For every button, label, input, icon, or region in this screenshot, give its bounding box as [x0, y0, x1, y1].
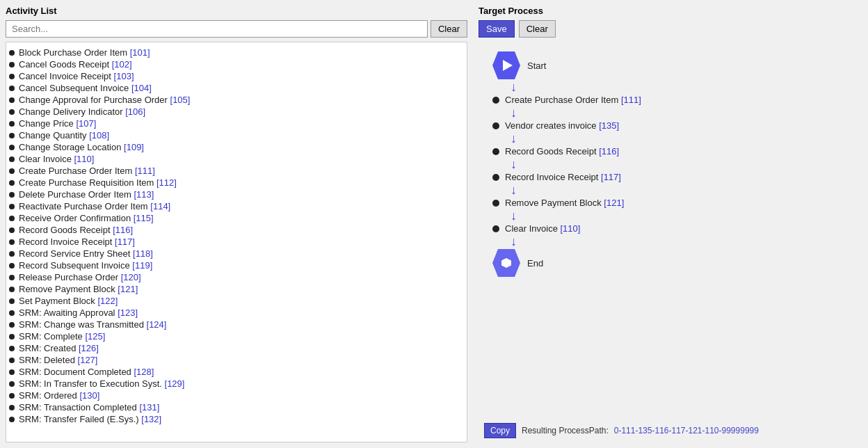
list-item[interactable]: Remove Payment Block [121]	[9, 283, 464, 295]
flow-step[interactable]: Vendor creates invoice [135]	[492, 120, 849, 131]
flow-step[interactable]: Create Purchase Order Item [111]	[492, 95, 849, 105]
bullet-icon	[9, 145, 15, 150]
list-item[interactable]: SRM: Complete [125]	[9, 330, 464, 342]
list-item[interactable]: Record Invoice Receipt [117]	[9, 236, 464, 248]
list-item[interactable]: SRM: Awaiting Approval [123]	[9, 307, 464, 319]
list-item[interactable]: SRM: Deleted [127]	[9, 354, 464, 366]
list-item[interactable]: Set Payment Block [122]	[9, 295, 464, 307]
target-process-title: Target Process	[479, 6, 862, 16]
activity-list: Block Purchase Order Item [101]Cancel Go…	[6, 42, 467, 442]
flow-step[interactable]: Record Goods Receipt [116]	[492, 146, 849, 157]
step-dot	[492, 225, 499, 232]
list-item[interactable]: Record Service Entry Sheet [118]	[9, 248, 464, 259]
bullet-icon	[9, 393, 15, 399]
flow-step[interactable]: Remove Payment Block [121]	[492, 198, 849, 208]
bullet-icon	[9, 109, 15, 115]
list-item[interactable]: Create Purchase Requisition Item [112]	[9, 177, 464, 189]
bullet-icon	[9, 287, 15, 292]
bullet-icon	[9, 97, 15, 103]
flow-arrow: ↓	[511, 106, 849, 119]
list-item[interactable]: Change Price [107]	[9, 118, 464, 129]
list-item[interactable]: Create Purchase Order Item [111]	[9, 165, 464, 177]
right-panel: Target Process Save Clear Start ↓ Create…	[473, 0, 868, 448]
flow-arrow: ↓	[511, 184, 849, 196]
list-item[interactable]: Change Approval for Purchase Order [105]	[9, 94, 464, 106]
list-item[interactable]: Change Delivery Indicator [106]	[9, 106, 464, 118]
list-item[interactable]: Clear Invoice [110]	[9, 153, 464, 165]
bullet-icon	[9, 251, 15, 257]
bullet-icon	[9, 381, 15, 387]
bullet-icon	[9, 157, 15, 162]
start-label: Start	[527, 61, 546, 71]
step-dot	[492, 200, 499, 207]
end-icon	[501, 258, 511, 268]
clear-process-button[interactable]: Clear	[519, 20, 556, 38]
bullet-icon	[9, 168, 15, 174]
step-dot	[492, 122, 499, 129]
process-flow: Start ↓ Create Purchase Order Item [111]…	[479, 43, 862, 419]
list-item[interactable]: Change Storage Location [109]	[9, 141, 464, 153]
bullet-icon	[9, 74, 15, 79]
list-item[interactable]: SRM: Transfer Failed (E.Sys.) [132]	[9, 413, 464, 425]
bullet-icon	[9, 298, 15, 304]
bullet-icon	[9, 227, 15, 233]
list-item[interactable]: SRM: Document Completed [128]	[9, 366, 464, 378]
list-item[interactable]: Delete Purchase Order Item [113]	[9, 189, 464, 200]
end-label: End	[527, 258, 543, 269]
left-panel: Activity List Clear Block Purchase Order…	[0, 0, 473, 448]
bullet-icon	[9, 334, 15, 339]
copy-button[interactable]: Copy	[484, 423, 516, 438]
bullet-icon	[9, 405, 15, 410]
start-shape	[492, 51, 520, 79]
step-dot	[492, 174, 499, 181]
end-shape	[492, 249, 520, 277]
list-item[interactable]: SRM: Transaction Completed [131]	[9, 401, 464, 413]
bullet-icon	[9, 216, 15, 221]
bullet-icon	[9, 133, 15, 138]
bullet-icon	[9, 86, 15, 91]
bullet-icon	[9, 263, 15, 269]
list-item[interactable]: Release Purchase Order [120]	[9, 271, 464, 283]
bullet-icon	[9, 62, 15, 67]
flow-start: Start	[492, 51, 849, 79]
flow-arrow: ↓	[511, 132, 849, 145]
flow-end: End	[492, 249, 849, 277]
list-item[interactable]: Cancel Subsequent Invoice [104]	[9, 82, 464, 94]
bullet-icon	[9, 50, 15, 56]
search-row: Clear	[6, 20, 467, 38]
bullet-icon	[9, 121, 15, 127]
result-path: 0-111-135-116-117-121-110-99999999	[614, 426, 759, 435]
bullet-icon	[9, 358, 15, 363]
bullet-icon	[9, 310, 15, 316]
save-button[interactable]: Save	[479, 20, 515, 38]
list-item[interactable]: Record Subsequent Invoice [119]	[9, 259, 464, 271]
flow-step[interactable]: Record Invoice Receipt [117]	[492, 172, 849, 182]
bullet-icon	[9, 239, 15, 245]
bottom-bar: Copy Resulting ProcessPath: 0-111-135-11…	[479, 419, 862, 442]
list-item[interactable]: SRM: In Transfer to Execution Syst. [129…	[9, 378, 464, 390]
list-item[interactable]: Block Purchase Order Item [101]	[9, 47, 464, 58]
list-item[interactable]: Reactivate Purchase Order Item [114]	[9, 200, 464, 212]
list-item[interactable]: Receive Order Confirmation [115]	[9, 212, 464, 224]
list-item[interactable]: Record Goods Receipt [116]	[9, 224, 464, 236]
list-item[interactable]: SRM: Change was Transmitted [124]	[9, 319, 464, 330]
step-dot	[492, 97, 499, 104]
step-dot	[492, 148, 499, 155]
bullet-icon	[9, 417, 15, 422]
list-item[interactable]: Cancel Goods Receipt [102]	[9, 58, 464, 70]
start-icon	[503, 60, 513, 71]
search-input[interactable]	[6, 20, 428, 38]
target-header-row: Save Clear	[479, 20, 862, 38]
list-item[interactable]: SRM: Created [126]	[9, 342, 464, 354]
flow-arrow: ↓	[511, 235, 849, 248]
list-item[interactable]: Change Quantity [108]	[9, 129, 464, 141]
clear-search-button[interactable]: Clear	[431, 20, 467, 38]
flow-arrow: ↓	[511, 209, 849, 222]
flow-arrow: ↓	[511, 81, 849, 93]
list-item[interactable]: SRM: Ordered [130]	[9, 390, 464, 401]
activity-list-title: Activity List	[6, 6, 467, 16]
list-item[interactable]: Cancel Invoice Receipt [103]	[9, 70, 464, 82]
flow-step[interactable]: Clear Invoice [110]	[492, 223, 849, 234]
bullet-icon	[9, 369, 15, 375]
bullet-icon	[9, 275, 15, 280]
